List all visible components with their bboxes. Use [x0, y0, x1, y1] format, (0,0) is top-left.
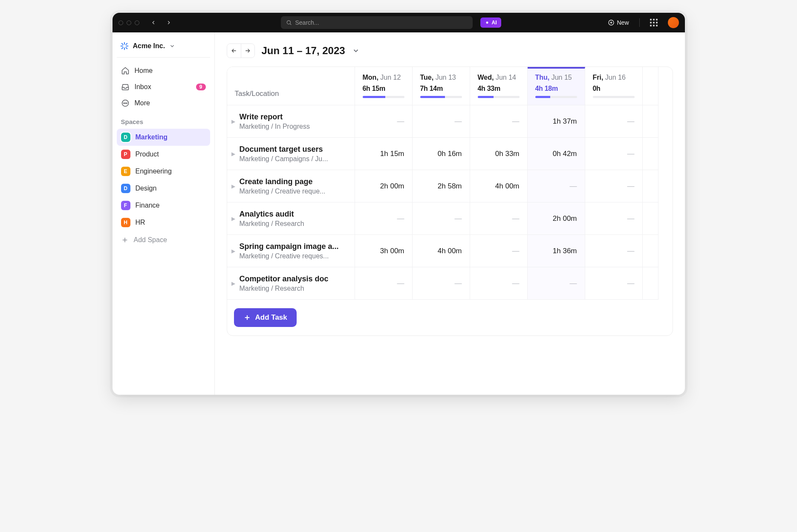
add-task-label: Add Task — [255, 313, 287, 322]
traffic-dot[interactable] — [135, 20, 139, 25]
sidebar-item-label: Inbox — [135, 83, 151, 91]
add-space-button[interactable]: Add Space — [117, 232, 210, 248]
time-cell[interactable]: 1h 15m — [355, 138, 413, 170]
space-badge: F — [121, 201, 130, 210]
task-cell[interactable]: ▶Analytics auditMarketing / Research — [227, 202, 355, 235]
ai-label: AI — [492, 20, 497, 26]
time-cell[interactable]: — — [470, 202, 528, 235]
avatar[interactable] — [668, 17, 679, 28]
time-cell[interactable]: 2h 58m — [413, 170, 470, 202]
time-cell[interactable]: 3h 00m — [355, 235, 413, 267]
time-cell[interactable]: 4h 00m — [413, 235, 470, 267]
task-cell[interactable]: ▶Spring campaign image a...Marketing / C… — [227, 235, 355, 267]
task-cell[interactable]: ▶Create landing pageMarketing / Creative… — [227, 170, 355, 202]
apps-grid-icon[interactable] — [650, 19, 658, 26]
traffic-dot[interactable] — [118, 20, 123, 25]
more-icon — [121, 99, 130, 107]
time-cell[interactable]: — — [413, 267, 470, 300]
prev-week-button[interactable] — [227, 44, 241, 58]
page-header: Jun 11 – 17, 2023 — [227, 43, 673, 58]
time-cell[interactable]: — — [585, 235, 643, 267]
time-cell[interactable]: — — [413, 202, 470, 235]
sidebar-space-marketing[interactable]: DMarketing — [117, 129, 210, 146]
task-title: Create landing page — [240, 177, 326, 186]
new-button[interactable]: New — [608, 19, 629, 26]
sidebar-item-inbox[interactable]: Inbox9 — [117, 79, 210, 95]
task-path: Marketing / Creative reque... — [240, 188, 326, 195]
workspace-switcher[interactable]: Acme Inc. — [117, 38, 210, 58]
space-label: Engineering — [136, 168, 172, 175]
spaces-header: Spaces — [117, 112, 210, 128]
time-cell[interactable]: — — [585, 105, 643, 138]
sidebar-space-engineering[interactable]: EEngineering — [117, 163, 210, 180]
time-value: — — [512, 117, 520, 126]
time-cell[interactable]: — — [413, 105, 470, 138]
sidebar-space-finance[interactable]: FFinance — [117, 197, 210, 214]
space-label: Design — [136, 185, 157, 192]
time-value: 1h 15m — [380, 150, 404, 158]
time-cell[interactable]: — — [470, 235, 528, 267]
day-progress — [363, 96, 404, 98]
search-placeholder: Search... — [295, 19, 319, 26]
time-cell[interactable]: 0h 33m — [470, 138, 528, 170]
time-cell[interactable]: — — [585, 202, 643, 235]
task-title: Write report — [240, 113, 310, 121]
day-total: 7h 14m — [420, 85, 462, 93]
task-cell[interactable]: ▶Write reportMarketing / In Progress — [227, 105, 355, 138]
ai-button[interactable]: AI — [480, 17, 501, 28]
cell-overflow — [643, 105, 658, 138]
svg-line-12 — [121, 47, 123, 49]
timesheet-table: Task/LocationMon, Jun 126h 15mTue, Jun 1… — [227, 67, 673, 300]
task-cell[interactable]: ▶Competitor analysis docMarketing / Rese… — [227, 267, 355, 300]
time-cell[interactable]: — — [585, 267, 643, 300]
caret-right-icon: ▶ — [231, 248, 235, 254]
task-path: Marketing / Research — [240, 220, 304, 228]
search-input[interactable]: Search... — [281, 16, 473, 29]
time-cell[interactable]: 2h 00m — [528, 202, 585, 235]
svg-line-13 — [126, 43, 127, 45]
sidebar-item-home[interactable]: Home — [117, 63, 210, 79]
day-label: Fri, Jun 16 — [593, 74, 635, 81]
time-cell[interactable]: 4h 00m — [470, 170, 528, 202]
traffic-dot[interactable] — [127, 20, 131, 25]
add-task-button[interactable]: Add Task — [234, 308, 297, 327]
time-cell[interactable]: 2h 00m — [355, 170, 413, 202]
new-label: New — [617, 19, 629, 26]
caret-right-icon: ▶ — [231, 119, 235, 124]
task-cell[interactable]: ▶Document target usersMarketing / Campai… — [227, 138, 355, 170]
sidebar-item-label: More — [135, 99, 150, 107]
time-cell[interactable]: — — [528, 170, 585, 202]
timesheet-card: Task/LocationMon, Jun 126h 15mTue, Jun 1… — [227, 66, 673, 336]
time-cell[interactable]: — — [355, 267, 413, 300]
time-cell[interactable]: — — [528, 267, 585, 300]
svg-point-0 — [287, 20, 290, 24]
space-label: HR — [136, 219, 145, 226]
time-cell[interactable]: — — [355, 202, 413, 235]
time-cell[interactable]: — — [585, 138, 643, 170]
time-cell[interactable]: 0h 42m — [528, 138, 585, 170]
caret-right-icon: ▶ — [231, 183, 235, 189]
nav-back-button[interactable] — [148, 18, 159, 27]
chevron-down-icon — [169, 43, 175, 49]
time-cell[interactable]: 1h 36m — [528, 235, 585, 267]
time-value: — — [512, 214, 520, 223]
time-cell[interactable]: — — [470, 267, 528, 300]
sidebar-space-product[interactable]: PProduct — [117, 146, 210, 163]
time-value: 2h 58m — [438, 182, 462, 191]
date-range-picker[interactable] — [352, 47, 360, 55]
time-cell[interactable]: 0h 16m — [413, 138, 470, 170]
time-value: — — [627, 279, 635, 288]
time-cell[interactable]: 1h 37m — [528, 105, 585, 138]
date-range: Jun 11 – 17, 2023 — [262, 45, 345, 57]
caret-right-icon: ▶ — [231, 151, 235, 157]
time-cell[interactable]: — — [585, 170, 643, 202]
nav-forward-button[interactable] — [163, 18, 174, 27]
space-label: Product — [136, 150, 159, 158]
add-space-label: Add Space — [134, 236, 167, 244]
time-cell[interactable]: — — [355, 105, 413, 138]
sidebar-space-hr[interactable]: HHR — [117, 214, 210, 231]
time-cell[interactable]: — — [470, 105, 528, 138]
sidebar-space-design[interactable]: DDesign — [117, 180, 210, 197]
next-week-button[interactable] — [241, 44, 254, 58]
sidebar-item-more[interactable]: More — [117, 95, 210, 111]
